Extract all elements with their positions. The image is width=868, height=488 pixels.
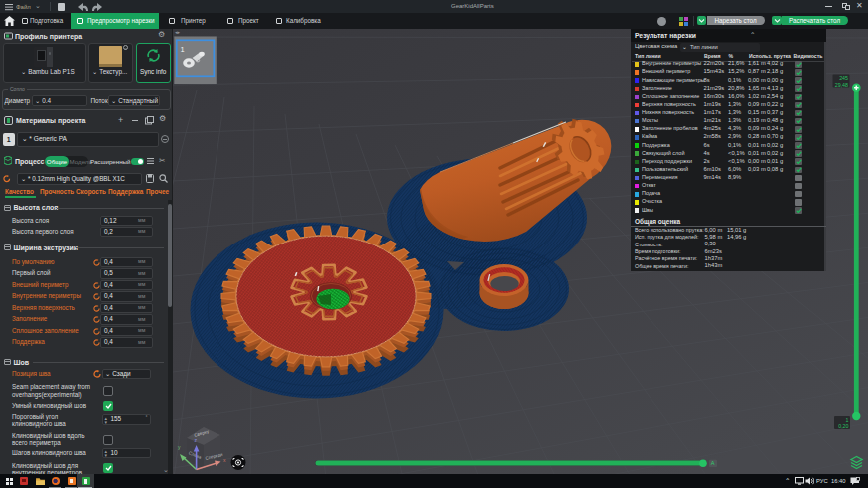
svg-text:245: 245 (839, 75, 848, 81)
svg-text:1: 1 (846, 417, 849, 423)
svg-text:◂▸: ◂▸ (175, 29, 181, 35)
svg-text:29,48: 29,48 (835, 82, 848, 88)
svg-text:0,20: 0,20 (838, 423, 848, 429)
svg-text:A: A (711, 460, 715, 466)
svg-text:1: 1 (181, 45, 185, 54)
